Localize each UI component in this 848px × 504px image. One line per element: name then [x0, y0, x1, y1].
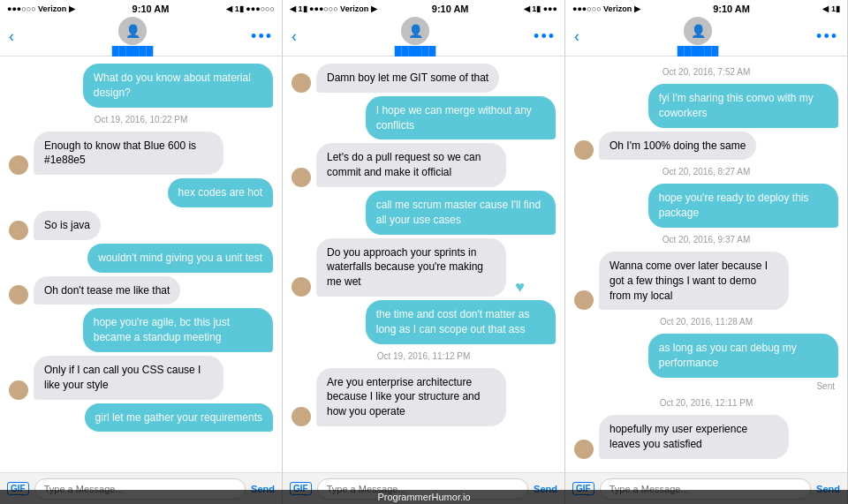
contact-avatar — [9, 221, 28, 240]
header-dots-2[interactable]: ••• — [534, 27, 556, 46]
contact-avatar — [292, 168, 311, 187]
bubble: call me scrum master cause I'll find all… — [366, 191, 556, 235]
header-dots-3[interactable]: ••• — [816, 27, 838, 46]
icons-2: ◀ 1▮ ●●● — [524, 4, 557, 13]
timestamp-label: Oct 20, 2016, 9:37 AM — [574, 235, 838, 244]
bubble: girl let me gather your requirements — [85, 403, 273, 433]
bubble: hope you're agile, bc this just became a… — [83, 308, 273, 352]
back-button-2[interactable]: ‹ — [292, 27, 297, 46]
timestamp-label: Oct 19, 2016, 11:12 PM — [292, 351, 556, 361]
message-row: fyi I'm sharing this convo with my cowor… — [574, 84, 838, 128]
message-row: call me scrum master cause I'll find all… — [292, 191, 556, 235]
message-row: hex codes are hot — [9, 178, 273, 207]
message-row: I hope we can merge without any conflict… — [292, 96, 556, 140]
contact-name-2: ██████ — [395, 46, 436, 56]
contact-avatar — [574, 440, 594, 459]
message-row: So is java — [9, 211, 273, 240]
message-row: girl let me gather your requirements — [9, 403, 273, 433]
message-row: wouldn't mind giving you a unit test — [9, 244, 273, 273]
contact-avatar — [9, 380, 28, 400]
icons-3: ◀ 1▮ — [822, 4, 840, 13]
bubble: Oh don't tease me like that — [34, 276, 180, 305]
phone-screen-1: ●●●○○○ Verizon ▶ 9:10 AM ◀ 1▮ ●●●○○○ ‹ 👤… — [0, 0, 283, 504]
contact-info-2: 👤 ██████ — [395, 17, 436, 56]
avatar-3: 👤 — [684, 17, 712, 45]
bubble: hope you're ready to deploy this package — [648, 184, 838, 228]
message-row: Oh I'm 100% doing the same — [574, 132, 838, 161]
heart-icon: ♥ — [515, 278, 525, 297]
messages-area-1: What do you know about material design? … — [0, 56, 282, 472]
sent-label: Sent — [574, 381, 838, 391]
contact-info-1: 👤 ██████ — [112, 17, 154, 56]
avatar-2: 👤 — [401, 17, 429, 45]
bubble: So is java — [34, 211, 101, 240]
bubble: Enough to know that Blue 600 is #1e88e5 — [34, 132, 223, 176]
status-bar-2: ◀ 1▮ ●●●○○○ Verizon ▶ 9:10 AM ◀ 1▮ ●●● — [283, 0, 564, 18]
contact-avatar — [292, 277, 311, 297]
message-row: Let's do a pull request so we can commit… — [292, 143, 556, 187]
message-row: Wanna come over later because I got a fe… — [574, 252, 838, 310]
timestamp-label: Oct 20, 2016, 8:27 AM — [574, 167, 838, 177]
contact-info-3: 👤 ██████ — [678, 17, 719, 56]
timestamp-label: Oct 20, 2016, 12:11 PM — [574, 398, 838, 408]
contact-avatar — [574, 140, 594, 160]
carrier-2: ◀ 1▮ ●●●○○○ Verizon ▶ — [290, 4, 377, 13]
bubble: Do you approach your sprints in waterfal… — [316, 238, 506, 297]
bubble: fyi I'm sharing this convo with my cowor… — [648, 84, 838, 128]
bubble: I hope we can merge without any conflict… — [366, 96, 556, 140]
bubble: Oh I'm 100% doing the same — [599, 132, 756, 161]
bubble: as long as you can debug my performance — [648, 334, 838, 378]
message-row: Only if I can call you CSS cause I like … — [9, 356, 273, 400]
icons-1: ◀ 1▮ ●●●○○○ — [226, 4, 275, 13]
message-row: the time and cost don't matter as long a… — [292, 300, 556, 344]
time-3: 9:10 AM — [713, 4, 750, 14]
contact-name-3: ██████ — [678, 46, 719, 56]
time-1: 9:10 AM — [132, 4, 170, 14]
message-row: Oh don't tease me like that — [9, 276, 273, 305]
messages-area-2: Damn boy let me GIT some of that I hope … — [283, 56, 564, 472]
back-button-1[interactable]: ‹ — [9, 27, 14, 46]
screenshots-wrapper: ●●●○○○ Verizon ▶ 9:10 AM ◀ 1▮ ●●●○○○ ‹ 👤… — [0, 0, 848, 504]
chat-header-2: ‹ 👤 ██████ ••• — [283, 18, 564, 56]
message-row: Are you enterprise architecture because … — [292, 368, 556, 426]
message-row: hope you're agile, bc this just became a… — [9, 308, 273, 352]
contact-avatar — [9, 155, 28, 175]
message-row: hopefully my user experience leaves you … — [574, 415, 838, 459]
timestamp-label: Oct 20, 2016, 11:28 AM — [574, 317, 838, 327]
time-2: 9:10 AM — [432, 4, 469, 14]
bubble: the time and cost don't matter as long a… — [366, 300, 556, 344]
contact-avatar — [9, 285, 28, 305]
chat-header-3: ‹ 👤 ██████ ••• — [565, 18, 847, 56]
contact-avatar — [292, 73, 311, 93]
timestamp-label: Oct 20, 2016, 7:52 AM — [574, 67, 838, 77]
bubble: Wanna come over later because I got a fe… — [599, 252, 789, 310]
contact-avatar — [292, 407, 311, 426]
bubble: Let's do a pull request so we can commit… — [316, 143, 506, 187]
message-row: Enough to know that Blue 600 is #1e88e5 — [9, 132, 273, 176]
message-row: What do you know about material design? — [9, 64, 273, 108]
message-row: Damn boy let me GIT some of that — [292, 64, 556, 93]
bubble: hopefully my user experience leaves you … — [599, 415, 789, 459]
bubble: hex codes are hot — [168, 178, 273, 207]
bubble: What do you know about material design? — [83, 64, 273, 108]
header-dots-1[interactable]: ••• — [251, 27, 273, 46]
messages-area-3: Oct 20, 2016, 7:52 AM fyi I'm sharing th… — [565, 56, 847, 472]
phone-screen-3: ●●●○○○ Verizon ▶ 9:10 AM ◀ 1▮ ‹ 👤 ██████… — [565, 0, 848, 504]
bubble: Only if I can call you CSS cause I like … — [34, 356, 223, 400]
timestamp-label: Oct 19, 2016, 10:22 PM — [9, 115, 273, 124]
status-bar-1: ●●●○○○ Verizon ▶ 9:10 AM ◀ 1▮ ●●●○○○ — [0, 0, 282, 18]
message-row: as long as you can debug my performance — [574, 334, 838, 378]
back-button-3[interactable]: ‹ — [574, 27, 579, 46]
carrier-3: ●●●○○○ Verizon ▶ — [572, 4, 640, 13]
carrier-1: ●●●○○○ Verizon ▶ — [7, 4, 75, 13]
chat-header-1: ‹ 👤 ██████ ••• — [0, 18, 282, 56]
bubble: Are you enterprise architecture because … — [316, 368, 506, 426]
status-bar-3: ●●●○○○ Verizon ▶ 9:10 AM ◀ 1▮ — [565, 0, 847, 18]
bubble: wouldn't mind giving you a unit test — [87, 244, 273, 273]
watermark: ProgrammerHumor.io — [0, 490, 848, 504]
bubble: Damn boy let me GIT some of that — [316, 64, 499, 93]
message-row: hope you're ready to deploy this package — [574, 184, 838, 228]
phone-screen-2: ◀ 1▮ ●●●○○○ Verizon ▶ 9:10 AM ◀ 1▮ ●●● ‹… — [283, 0, 565, 504]
contact-avatar — [574, 290, 594, 310]
message-row: Do you approach your sprints in waterfal… — [292, 238, 556, 297]
